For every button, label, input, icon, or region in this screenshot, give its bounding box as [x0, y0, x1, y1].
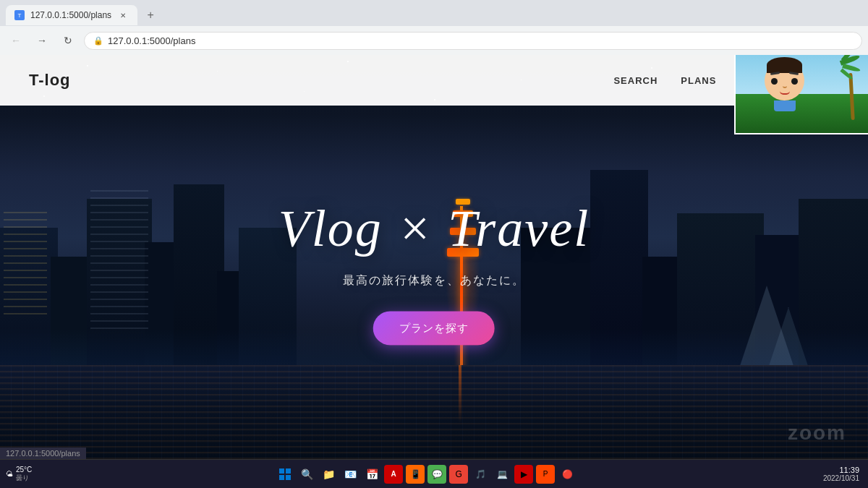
website-content: T-log SEARCH PLANS POST LOG OUT Vlog × T… — [0, 55, 868, 459]
reload-button[interactable]: ↻ — [58, 30, 78, 51]
forward-button[interactable]: → — [32, 30, 52, 51]
app-icon-9[interactable]: 🔴 — [558, 465, 576, 484]
app-icon-1[interactable]: A — [384, 465, 403, 484]
taskbar-weather: 🌤 25°C 曇り — [0, 466, 38, 483]
app-icon-3[interactable]: 💬 — [427, 465, 446, 484]
tab-close-button[interactable]: ✕ — [117, 9, 129, 21]
svg-rect-1 — [286, 468, 291, 474]
calendar-icon[interactable]: 📅 — [362, 465, 381, 484]
water — [0, 365, 868, 459]
taskbar-date: 2022/10/31 — [823, 474, 859, 482]
hero-subtitle: 最高の旅行体験を、あなたに。 — [278, 273, 590, 288]
taskbar-center: 🔍 📁 📧 📅 A 📱 💬 G 🎵 💻 ▶ P 🔴 — [38, 465, 814, 484]
app-icon-2[interactable]: 📱 — [406, 465, 425, 484]
taskbar-time: 11:39 — [823, 466, 859, 474]
back-button[interactable]: ← — [6, 30, 26, 51]
browser-chrome: T 127.0.0.1:5000/plans ✕ + ← → ↻ 🔒 127.0… — [0, 0, 868, 55]
tab-bar: T 127.0.0.1:5000/plans ✕ + — [0, 0, 868, 26]
app-icon-6[interactable]: 💻 — [493, 465, 511, 484]
svg-rect-2 — [279, 475, 284, 480]
site-logo: T-log — [29, 71, 71, 90]
hero-title: Vlog × Travel — [278, 198, 590, 258]
file-explorer-icon[interactable]: 📁 — [319, 465, 338, 484]
address-bar: ← → ↻ 🔒 127.0.0.1:5000/plans — [0, 26, 868, 55]
nav-search[interactable]: SEARCH — [613, 75, 658, 86]
new-tab-button[interactable]: + — [140, 5, 161, 25]
cta-button[interactable]: プランを探す — [373, 311, 495, 345]
nav-plans[interactable]: PLANS — [681, 75, 716, 86]
app-icon-5[interactable]: 🎵 — [471, 465, 490, 484]
weather-desc: 曇り — [16, 474, 32, 483]
lock-icon: 🔒 — [93, 36, 103, 46]
app-icon-7[interactable]: ▶ — [514, 465, 533, 484]
status-bar-url: 127.0.0.1:5000/plans — [0, 448, 86, 459]
url-text: 127.0.0.1:5000/plans — [108, 35, 195, 46]
app-icon-8[interactable]: P — [536, 465, 555, 484]
taskbar: 🌤 25°C 曇り 🔍 📁 📧 📅 A 📱 💬 G 🎵 💻 — [0, 459, 868, 488]
taskbar-search-icon[interactable]: 🔍 — [297, 465, 316, 484]
taskbar-right: 11:39 2022/10/31 — [814, 466, 868, 482]
tab-title: 127.0.0.1:5000/plans — [30, 10, 111, 20]
tab-favicon: T — [14, 10, 25, 20]
mail-icon[interactable]: 📧 — [341, 465, 359, 484]
zoom-watermark: zoom — [788, 421, 846, 445]
app-icon-4[interactable]: G — [449, 465, 468, 484]
weather-icon: 🌤 — [6, 470, 13, 478]
hero-content: Vlog × Travel 最高の旅行体験を、あなたに。 プランを探す — [278, 198, 590, 345]
weather-temp: 25°C — [16, 466, 32, 474]
video-thumbnail — [734, 55, 868, 134]
windows-start-icon[interactable] — [276, 465, 294, 484]
svg-rect-0 — [279, 468, 284, 474]
url-bar[interactable]: 🔒 127.0.0.1:5000/plans — [84, 32, 862, 50]
svg-rect-3 — [286, 475, 291, 480]
active-tab[interactable]: T 127.0.0.1:5000/plans ✕ — [6, 5, 137, 25]
